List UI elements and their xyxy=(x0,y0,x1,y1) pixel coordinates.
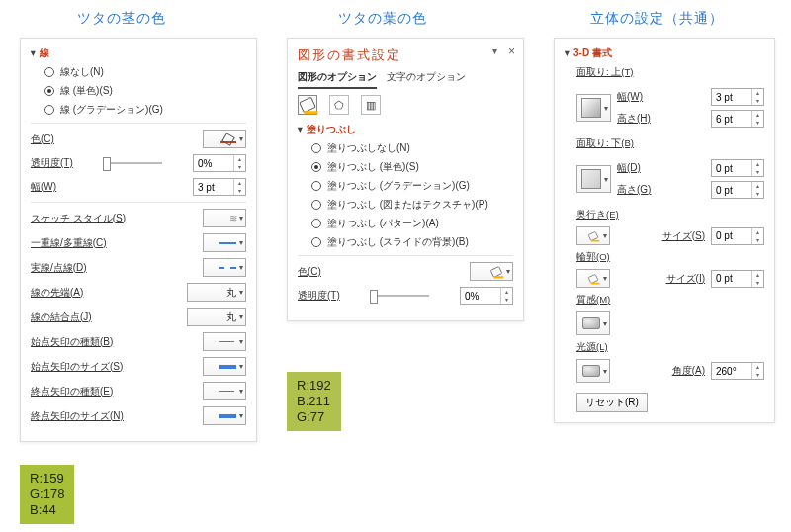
line-solid-label: 線 (単色)(S) xyxy=(60,84,113,98)
spin-up-icon[interactable]: ▴ xyxy=(234,179,245,187)
fill-line-tab-icon[interactable] xyxy=(298,95,317,115)
line-transparency-input[interactable] xyxy=(194,158,233,169)
heading-leaf-color: ツタの葉の色 xyxy=(338,10,427,28)
radio-icon xyxy=(44,105,54,115)
line-transparency-spinner[interactable]: ▴▾ xyxy=(193,154,246,172)
fill-transparency-spinner[interactable]: ▴▾ xyxy=(460,287,513,305)
compound-line-label: 一重線/多重線(C) xyxy=(31,236,107,250)
spin-up-icon[interactable]: ▴ xyxy=(501,288,512,296)
paint-bucket-icon xyxy=(490,266,502,278)
reset-button[interactable]: リセット(R) xyxy=(576,393,648,412)
light-angle-spinner[interactable]: ▴▾ xyxy=(711,362,764,380)
spin-down-icon[interactable]: ▾ xyxy=(752,279,763,287)
light-picker[interactable]: ▾ xyxy=(576,359,610,383)
end-arrow-size-dropdown[interactable]: ▾ xyxy=(203,406,246,425)
spin-up-icon[interactable]: ▴ xyxy=(752,271,763,279)
line-icon xyxy=(219,242,236,244)
radio-icon xyxy=(311,143,321,153)
spin-down-icon[interactable]: ▾ xyxy=(234,187,245,195)
pin-icon[interactable]: ▾ xyxy=(492,45,497,56)
radio-icon xyxy=(44,67,54,77)
begin-arrow-type-dropdown[interactable]: ▾ xyxy=(203,332,246,351)
contour-color-picker[interactable]: ▾ xyxy=(576,269,610,288)
fill-texture-option[interactable]: 塗りつぶし (図またはテクスチャ)(P) xyxy=(311,198,513,212)
join-type-dropdown[interactable]: 丸▾ xyxy=(187,308,246,326)
fill-gradient-option[interactable]: 塗りつぶし (グラデーション)(G) xyxy=(311,179,513,193)
material-icon xyxy=(582,317,600,329)
fill-transparency-input[interactable] xyxy=(461,291,500,302)
line-transparency-slider[interactable] xyxy=(103,162,162,164)
fill-transparency-slider[interactable] xyxy=(370,295,429,297)
size-tab-icon[interactable]: ▥ xyxy=(361,95,381,115)
cap-type-dropdown[interactable]: 丸▾ xyxy=(187,283,246,302)
close-icon[interactable]: × xyxy=(508,44,515,58)
bevel-top-width-spinner[interactable]: ▴▾ xyxy=(711,88,764,106)
bevel-top-height-spinner[interactable]: ▴▾ xyxy=(711,110,764,128)
begin-arrow-size-dropdown[interactable]: ▾ xyxy=(203,357,246,376)
material-picker[interactable]: ▾ xyxy=(576,311,610,335)
fill-section-header[interactable]: 塗りつぶし xyxy=(298,123,513,136)
bevel-top-height-input[interactable] xyxy=(712,114,751,125)
end-arrow-type-dropdown[interactable]: ▾ xyxy=(203,382,246,400)
contour-size-spinner[interactable]: ▴▾ xyxy=(711,270,764,288)
contour-size-input[interactable] xyxy=(712,273,751,284)
bevel-top-picker[interactable]: ▾ xyxy=(576,94,611,122)
spin-up-icon[interactable]: ▴ xyxy=(752,182,763,190)
tab-text-options[interactable]: 文字のオプション xyxy=(387,70,466,89)
compound-line-dropdown[interactable]: ▾ xyxy=(203,233,246,252)
spin-up-icon[interactable]: ▴ xyxy=(752,89,763,97)
spin-down-icon[interactable]: ▾ xyxy=(752,119,763,127)
tab-shape-options[interactable]: 図形のオプション xyxy=(298,70,377,89)
spin-up-icon[interactable]: ▴ xyxy=(752,111,763,119)
leaf-rgb-swatch: R:192 B:211 G:77 xyxy=(287,372,341,431)
line-color-picker[interactable]: ▾ xyxy=(203,130,246,148)
bevel-top-width-input[interactable] xyxy=(712,92,751,103)
spin-up-icon[interactable]: ▴ xyxy=(752,228,763,236)
spin-down-icon[interactable]: ▾ xyxy=(501,296,512,304)
sketch-style-dropdown[interactable]: ≋▾ xyxy=(203,209,246,227)
chevron-down-icon: ▾ xyxy=(239,387,243,396)
bevel-bottom-height-input[interactable] xyxy=(712,185,751,196)
spin-down-icon[interactable]: ▾ xyxy=(752,97,763,105)
bevel-bottom-height-spinner[interactable]: ▴▾ xyxy=(711,181,764,199)
fill-none-option[interactable]: 塗りつぶしなし(N) xyxy=(311,141,513,155)
3d-section-header[interactable]: 3-D 書式 xyxy=(565,46,764,60)
dash-type-label: 実線/点線(D) xyxy=(31,261,87,275)
fill-slidebg-option[interactable]: 塗りつぶし (スライドの背景)(B) xyxy=(311,235,513,249)
paint-bucket-icon xyxy=(588,230,599,240)
line-none-option[interactable]: 線なし(N) xyxy=(44,65,246,79)
bevel-icon xyxy=(581,169,601,189)
spin-up-icon[interactable]: ▴ xyxy=(234,155,245,163)
fill-color-picker[interactable]: ▾ xyxy=(470,262,513,281)
line-solid-option[interactable]: 線 (単色)(S) xyxy=(44,84,246,98)
fill-solid-option[interactable]: 塗りつぶし (単色)(S) xyxy=(311,160,513,174)
depth-size-input[interactable] xyxy=(712,230,751,241)
spin-down-icon[interactable]: ▾ xyxy=(752,236,763,244)
begin-arrow-type-label: 始点矢印の種類(B) xyxy=(31,335,113,349)
light-angle-input[interactable] xyxy=(712,366,751,377)
bevel-bottom-width-spinner[interactable]: ▴▾ xyxy=(711,159,764,177)
bevel-bottom-picker[interactable]: ▾ xyxy=(576,165,611,193)
bevel-top-label: 面取り: 上(T) xyxy=(576,66,764,79)
spin-up-icon[interactable]: ▴ xyxy=(752,363,763,371)
pen-icon xyxy=(220,141,236,143)
spin-down-icon[interactable]: ▾ xyxy=(752,371,763,379)
depth-color-picker[interactable]: ▾ xyxy=(576,226,610,245)
bevel-bottom-width-input[interactable] xyxy=(712,163,751,174)
effects-tab-icon[interactable]: ⬠ xyxy=(329,95,349,115)
spin-down-icon[interactable]: ▾ xyxy=(752,168,763,176)
begin-arrow-size-label: 始点矢印のサイズ(S) xyxy=(31,360,123,374)
line-width-input[interactable] xyxy=(194,182,233,193)
light-icon xyxy=(582,365,600,377)
bevel-bottom-width-label: 幅(D) xyxy=(617,161,641,175)
dash-type-dropdown[interactable]: ▾ xyxy=(203,258,246,277)
spin-down-icon[interactable]: ▾ xyxy=(234,163,245,171)
chevron-down-icon: ▾ xyxy=(506,267,510,276)
line-width-spinner[interactable]: ▴▾ xyxy=(193,178,246,196)
spin-up-icon[interactable]: ▴ xyxy=(752,160,763,168)
line-gradient-option[interactable]: 線 (グラデーション)(G) xyxy=(44,103,246,117)
spin-down-icon[interactable]: ▾ xyxy=(752,190,763,198)
line-section-header[interactable]: 線 xyxy=(31,46,246,60)
depth-size-spinner[interactable]: ▴▾ xyxy=(711,227,764,245)
fill-pattern-option[interactable]: 塗りつぶし (パターン)(A) xyxy=(311,217,513,230)
